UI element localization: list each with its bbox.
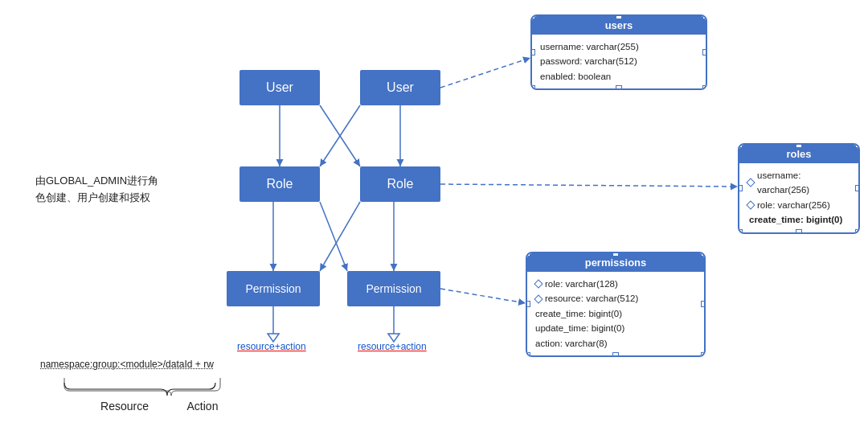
- global-admin-label: 由GLOBAL_ADMIN进行角色创建、用户创建和授权: [35, 173, 164, 207]
- perm-field-4: update_time: bigint(0): [535, 321, 696, 335]
- svg-line-2: [320, 105, 360, 166]
- resource-action-2-label: resource+action: [358, 339, 427, 354]
- permission1-node: Permission: [227, 271, 320, 306]
- key-diamond-icon: [534, 280, 542, 289]
- role2-node: Role: [360, 166, 440, 202]
- namespace-label: namespace:group:<module>/dataId + rw: [40, 357, 214, 372]
- roles-table-body: username: varchar(256) role: varchar(256…: [739, 163, 858, 232]
- perm-field-2: resource: varchar(512): [535, 291, 696, 306]
- diagram-container: User User Role Role Permission Permissio…: [0, 0, 868, 427]
- user1-node: User: [240, 70, 320, 105]
- key-diamond-icon: [746, 200, 755, 209]
- user1-label: User: [266, 80, 293, 95]
- svg-line-7: [320, 202, 360, 271]
- key-diamond-icon: [534, 294, 542, 303]
- key-diamond-icon: [746, 179, 755, 187]
- users-field-1: username: varchar(255): [540, 39, 698, 54]
- user2-node: User: [360, 70, 440, 105]
- resource-label: Resource: [80, 400, 169, 413]
- roles-field-1: username: varchar(256): [747, 168, 850, 198]
- role2-label: Role: [387, 177, 414, 191]
- permissions-table: permissions role: varchar(128) resource:…: [526, 252, 706, 357]
- svg-line-14: [440, 289, 526, 303]
- perm-field-5: action: varchar(8): [535, 336, 696, 351]
- roles-field-2: role: varchar(256): [747, 198, 850, 212]
- users-field-3: enabled: boolean: [540, 69, 698, 84]
- users-table-body: username: varchar(255) password: varchar…: [532, 35, 706, 88]
- permission2-node: Permission: [347, 271, 440, 306]
- role1-node: Role: [240, 166, 320, 202]
- permission2-label: Permission: [366, 282, 421, 295]
- role1-label: Role: [267, 177, 293, 191]
- user2-label: User: [387, 80, 414, 95]
- svg-line-13: [440, 184, 738, 187]
- perm-field-3: create_time: bigint(0): [535, 306, 696, 321]
- roles-table: roles username: varchar(256) role: varch…: [738, 143, 860, 234]
- svg-line-12: [440, 58, 530, 88]
- svg-line-3: [320, 105, 360, 166]
- permission1-label: Permission: [245, 282, 301, 295]
- perm-field-1: role: varchar(128): [535, 277, 696, 291]
- roles-field-3: create_time: bigint(0): [747, 212, 850, 227]
- resource-action-2-text: resource+action: [358, 341, 427, 352]
- resource-action-1-label: resource+action: [237, 339, 306, 354]
- permissions-table-body: role: varchar(128) resource: varchar(512…: [527, 272, 704, 355]
- users-table: users username: varchar(255) password: v…: [530, 14, 707, 90]
- action-label: Action: [174, 400, 231, 413]
- users-field-2: password: varchar(512): [540, 54, 698, 68]
- svg-line-6: [320, 202, 347, 271]
- resource-action-1-text: resource+action: [237, 341, 306, 352]
